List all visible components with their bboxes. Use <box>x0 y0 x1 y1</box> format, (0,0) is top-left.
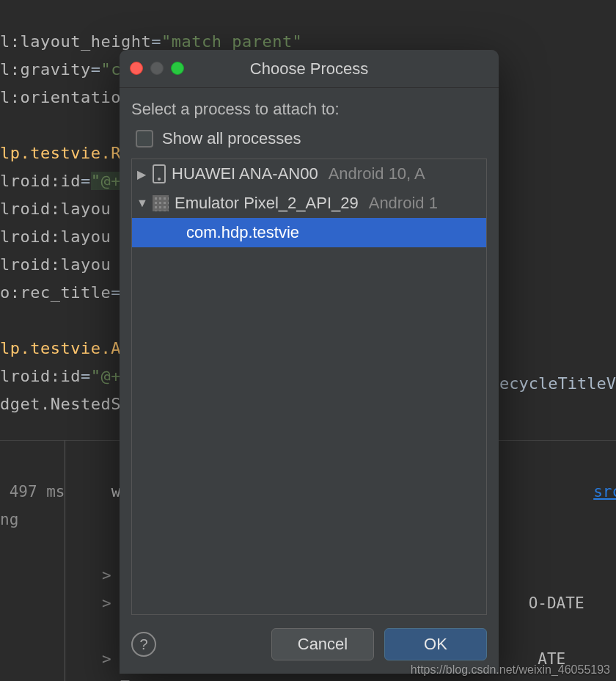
choose-process-dialog: Choose Process Select a process to attac… <box>120 50 499 674</box>
device-name: Emulator Pixel_2_API_29 <box>175 194 359 213</box>
watermark: https://blog.csdn.net/weixin_46055193 <box>411 663 610 677</box>
process-tree[interactable]: ▶ HUAWEI ANA-AN00 Android 10, A ▼ Emulat… <box>131 159 487 615</box>
process-row-selected[interactable]: com.hdp.testvie <box>132 218 486 247</box>
device-row[interactable]: ▼ Emulator Pixel_2_API_29 Android 1 <box>132 189 486 218</box>
source-link[interactable]: src/main/ja <box>593 483 616 500</box>
code-fragment-right: ecycleTitleV <box>499 374 616 393</box>
emulator-icon <box>153 195 169 211</box>
device-row[interactable]: ▶ HUAWEI ANA-AN00 Android 10, A <box>132 159 486 189</box>
close-icon[interactable] <box>130 62 143 75</box>
process-name: com.hdp.testvie <box>136 223 299 242</box>
dialog-subtitle: Select a process to attach to: <box>131 100 487 119</box>
device-sub: Android 1 <box>369 194 438 213</box>
show-all-label: Show all processes <box>162 129 301 148</box>
show-all-processes-toggle[interactable]: Show all processes <box>136 129 487 148</box>
dialog-titlebar: Choose Process <box>120 50 499 88</box>
dialog-title: Choose Process <box>250 59 368 79</box>
device-sub: Android 10, A <box>329 164 425 183</box>
ok-button[interactable]: OK <box>384 628 487 660</box>
device-name: HUAWEI ANA-AN00 <box>172 164 318 183</box>
checkbox-icon[interactable] <box>136 130 153 148</box>
zoom-icon[interactable] <box>171 62 184 75</box>
help-button[interactable]: ? <box>131 632 156 657</box>
phone-icon <box>153 164 166 183</box>
chevron-right-icon[interactable]: ▶ <box>136 167 147 181</box>
window-traffic-lights <box>130 62 184 75</box>
minimize-icon <box>150 62 164 75</box>
cancel-button[interactable]: Cancel <box>271 628 374 660</box>
chevron-down-icon[interactable]: ▼ <box>136 197 147 210</box>
output-divider <box>65 440 65 681</box>
